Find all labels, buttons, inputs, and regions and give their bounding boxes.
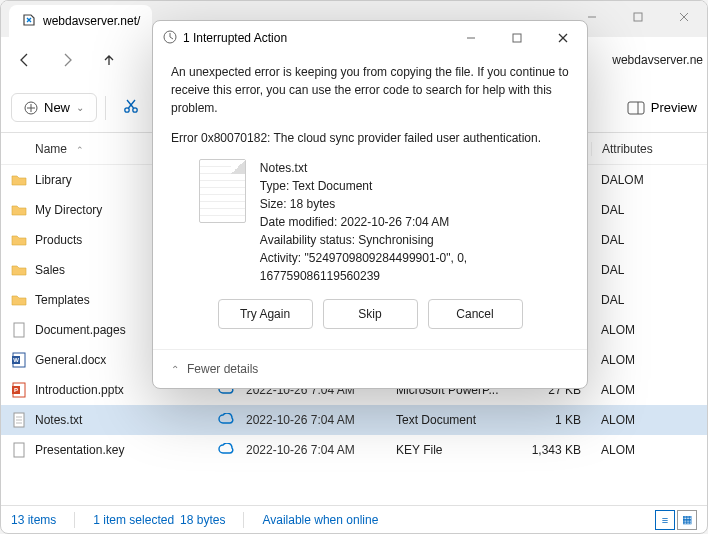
dialog-maximize-button[interactable]: [497, 24, 537, 52]
file-type-icon: W: [11, 352, 27, 368]
file-name-cell: Templates: [35, 293, 90, 307]
svg-rect-27: [513, 34, 521, 42]
try-again-button[interactable]: Try Again: [218, 299, 313, 329]
attr-cell: ALOM: [591, 383, 707, 397]
close-button[interactable]: [661, 1, 707, 33]
tab-title: webdavserver.net/: [43, 14, 140, 28]
address-fragment: webdavserver.ne: [606, 53, 703, 67]
dialog-close-button[interactable]: [543, 24, 583, 52]
cloud-status-icon: [218, 442, 246, 458]
svg-rect-11: [628, 102, 644, 114]
attr-cell: DAL: [591, 233, 707, 247]
size-cell: 1 KB: [511, 413, 591, 427]
dialog-title: 1 Interrupted Action: [183, 31, 287, 45]
type-cell: Text Document: [396, 413, 511, 427]
status-count: 13 items: [11, 513, 56, 527]
file-date: Date modified: 2022-10-26 7:04 AM: [260, 213, 569, 231]
toolbar-divider: [105, 96, 106, 120]
file-type-icon: P: [11, 382, 27, 398]
file-type-icon: [11, 232, 27, 248]
back-button[interactable]: [5, 42, 45, 78]
fewer-details-link[interactable]: Fewer details: [187, 362, 258, 376]
sort-indicator-icon: ⌃: [76, 145, 84, 155]
svg-rect-24: [14, 443, 24, 457]
attr-cell: ALOM: [591, 353, 707, 367]
file-name-cell: My Directory: [35, 203, 102, 217]
file-name-cell: Library: [35, 173, 72, 187]
preview-button[interactable]: Preview: [627, 100, 697, 115]
svg-text:P: P: [14, 387, 18, 393]
dialog-message: An unexpected error is keeping you from …: [171, 63, 569, 117]
history-icon: [163, 30, 177, 47]
attr-cell: DAL: [591, 263, 707, 277]
svg-rect-1: [634, 13, 642, 21]
attr-cell: DAL: [591, 293, 707, 307]
svg-text:W: W: [13, 357, 19, 363]
tiles-view-button[interactable]: ▦: [677, 510, 697, 530]
status-bar: 13 items 1 item selected 18 bytes Availa…: [1, 505, 707, 533]
cancel-button[interactable]: Cancel: [428, 299, 523, 329]
file-type-icon: [11, 412, 27, 428]
attr-cell: ALOM: [591, 443, 707, 457]
file-type-icon: [11, 202, 27, 218]
cloud-status-icon: [218, 412, 246, 428]
file-name-cell: Introduction.pptx: [35, 383, 124, 397]
new-button-label: New: [44, 100, 70, 115]
file-name-cell: Products: [35, 233, 82, 247]
size-cell: 1,343 KB: [511, 443, 591, 457]
file-type: Type: Text Document: [260, 177, 569, 195]
file-type-icon: [11, 442, 27, 458]
svg-rect-13: [14, 323, 24, 337]
app-icon: [21, 12, 37, 31]
dialog-error-code: Error 0x80070182: The cloud sync provide…: [171, 129, 569, 147]
error-dialog: 1 Interrupted Action An unexpected error…: [152, 20, 588, 389]
date-cell: 2022-10-26 7:04 AM: [246, 413, 396, 427]
attr-cell: DALOM: [591, 173, 707, 187]
table-row[interactable]: Notes.txt2022-10-26 7:04 AMText Document…: [1, 405, 707, 435]
chevron-down-icon: ⌄: [76, 102, 84, 113]
skip-button[interactable]: Skip: [323, 299, 418, 329]
dialog-footer: ⌃ Fewer details: [153, 349, 587, 388]
details-view-button[interactable]: ≡: [655, 510, 675, 530]
attr-cell: ALOM: [591, 323, 707, 337]
file-type-icon: [11, 292, 27, 308]
dialog-minimize-button[interactable]: [451, 24, 491, 52]
dialog-titlebar: 1 Interrupted Action: [153, 21, 587, 55]
file-name-cell: Presentation.key: [35, 443, 124, 457]
file-icon: [199, 159, 246, 223]
preview-label: Preview: [651, 100, 697, 115]
date-cell: 2022-10-26 7:04 AM: [246, 443, 396, 457]
dialog-buttons: Try Again Skip Cancel: [171, 299, 569, 329]
file-name-cell: Notes.txt: [35, 413, 82, 427]
cut-icon[interactable]: [114, 98, 148, 118]
table-row[interactable]: Presentation.key2022-10-26 7:04 AMKEY Fi…: [1, 435, 707, 465]
status-selection: 1 item selected: [93, 513, 174, 527]
file-availability: Availability status: Synchronising: [260, 231, 569, 249]
forward-button[interactable]: [47, 42, 87, 78]
file-name-cell: General.docx: [35, 353, 106, 367]
dialog-file-info: Notes.txt Type: Text Document Size: 18 b…: [199, 159, 569, 285]
dialog-body: An unexpected error is keeping you from …: [153, 55, 587, 349]
window-controls: [569, 1, 707, 33]
file-name-cell: Document.pages: [35, 323, 126, 337]
file-name: Notes.txt: [260, 159, 569, 177]
file-activity: Activity: "5249709809284499901-0", 0, 16…: [260, 249, 569, 285]
status-size: 18 bytes: [180, 513, 225, 527]
file-type-icon: [11, 262, 27, 278]
file-type-icon: [11, 322, 27, 338]
file-size: Size: 18 bytes: [260, 195, 569, 213]
up-button[interactable]: [89, 42, 129, 78]
column-attributes[interactable]: Attributes: [591, 142, 707, 156]
file-metadata: Notes.txt Type: Text Document Size: 18 b…: [260, 159, 569, 285]
attr-cell: ALOM: [591, 413, 707, 427]
type-cell: KEY File: [396, 443, 511, 457]
svg-point-7: [125, 107, 129, 111]
chevron-up-icon: ⌃: [171, 364, 179, 375]
maximize-button[interactable]: [615, 1, 661, 33]
file-name-cell: Sales: [35, 263, 65, 277]
new-button[interactable]: New ⌄: [11, 93, 97, 122]
status-availability: Available when online: [262, 513, 378, 527]
svg-point-8: [133, 107, 137, 111]
browser-tab[interactable]: webdavserver.net/: [9, 5, 152, 37]
attr-cell: DAL: [591, 203, 707, 217]
